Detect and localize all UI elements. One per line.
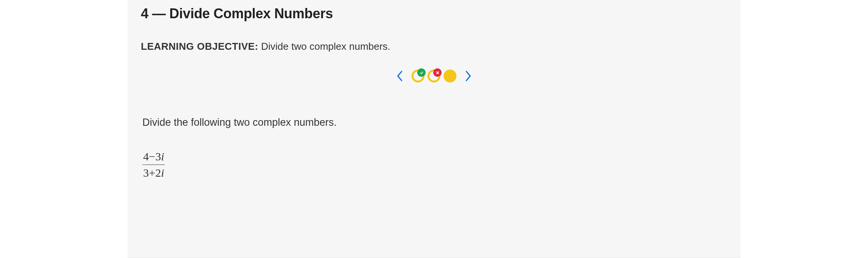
chevron-left-icon [396, 70, 403, 82]
next-button[interactable] [462, 70, 475, 82]
den-a: 3 [143, 166, 149, 179]
section-separator: — [152, 6, 166, 21]
den-b: 2 [155, 166, 161, 179]
lesson-content: 4 — Divide Complex Numbers LEARNING OBJE… [128, 0, 740, 193]
section-number: 4 [141, 6, 148, 21]
num-op: − [149, 150, 155, 163]
learning-objective: LEARNING OBJECTIVE: Divide two complex n… [141, 41, 727, 52]
learning-objective-label: LEARNING OBJECTIVE: [141, 41, 258, 52]
num-b: 3 [155, 150, 161, 163]
progress-step-3-current[interactable] [444, 70, 456, 82]
progress-navigation [141, 70, 727, 82]
den-op: + [149, 166, 155, 179]
section-title-text: Divide Complex Numbers [169, 6, 333, 21]
chevron-right-icon [465, 70, 472, 82]
den-i: i [161, 166, 164, 179]
x-icon [436, 71, 440, 75]
fraction-denominator: 3+2i [142, 165, 165, 180]
num-i: i [161, 150, 164, 163]
fraction-numerator: 4−3i [142, 149, 165, 165]
progress-step-2[interactable] [428, 70, 440, 82]
lesson-panel: 4 — Divide Complex Numbers LEARNING OBJE… [128, 0, 740, 258]
progress-step-1[interactable] [412, 70, 424, 82]
section-title: 4 — Divide Complex Numbers [141, 6, 727, 22]
question-expression: 4−3i 3+2i [141, 149, 165, 180]
num-a: 4 [143, 150, 149, 163]
correct-badge [417, 68, 426, 77]
learning-objective-text: Divide two complex numbers. [261, 41, 391, 52]
check-icon [420, 71, 424, 75]
previous-button[interactable] [393, 70, 406, 82]
question-prompt: Divide the following two complex numbers… [141, 117, 727, 128]
incorrect-badge [433, 68, 442, 77]
